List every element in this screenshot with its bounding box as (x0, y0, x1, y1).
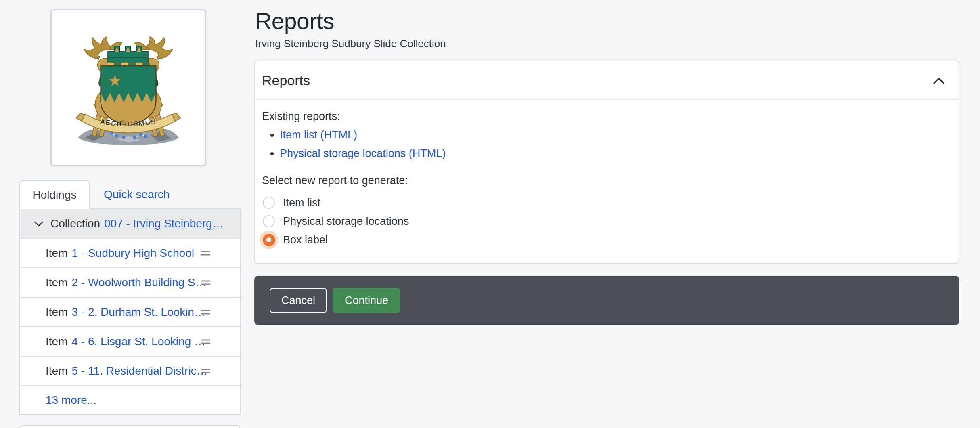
record-type-label: Collection (50, 217, 100, 230)
cancel-button[interactable]: Cancel (270, 288, 327, 313)
radio-option-box-label[interactable]: Box label (260, 231, 952, 249)
collection-link[interactable]: 007 - Irving Steinberg… (104, 217, 224, 230)
radio-option-item-list[interactable]: Item list (260, 193, 952, 212)
tree-row-item: Item 2 - Woolworth Building S… (20, 268, 240, 298)
sidebar-tabs: Holdings Quick search (19, 180, 183, 209)
drag-handle-icon[interactable] (200, 250, 211, 256)
tree-row-item: Item 4 - 6. Lisgar St. Looking … (20, 327, 240, 357)
collection-logo-card: AEDIFICEMUS (50, 9, 206, 166)
report-link-physical-storage[interactable]: Physical storage locations (HTML) (280, 147, 446, 159)
tree-row-more: 13 more... (20, 386, 240, 414)
list-item: Item list (HTML) (280, 128, 952, 142)
report-options: Item list Physical storage locations Box… (260, 193, 952, 249)
show-more-link[interactable]: 13 more... (46, 394, 96, 407)
radio-option-physical-storage[interactable]: Physical storage locations (260, 212, 952, 231)
page-subtitle: Irving Steinberg Sudbury Slide Collectio… (255, 37, 959, 51)
chevron-up-icon[interactable] (931, 75, 946, 86)
holdings-tree: Collection 007 - Irving Steinberg… Item … (19, 208, 241, 415)
item-link[interactable]: 5 - 11. Residential Distric… (71, 365, 207, 378)
radio-unselected-icon[interactable] (263, 197, 275, 209)
radio-unselected-icon[interactable] (263, 215, 275, 227)
record-type-label: Item (46, 306, 67, 319)
tab-quick-search[interactable]: Quick search (90, 180, 183, 209)
record-type-label: Item (46, 335, 67, 348)
report-link-item-list[interactable]: Item list (HTML) (280, 129, 357, 141)
continue-button[interactable]: Continue (333, 288, 400, 313)
tab-holdings[interactable]: Holdings (19, 180, 90, 209)
radio-option-label: Physical storage locations (283, 215, 409, 228)
next-section-card-partial (19, 425, 241, 428)
tree-row-item: Item 5 - 11. Residential Distric… (20, 357, 240, 386)
radio-option-label: Item list (283, 197, 320, 209)
record-type-label: Item (46, 247, 67, 260)
reports-panel: Reports Existing reports: Item list (HTM… (254, 61, 959, 264)
radio-selected-icon[interactable] (263, 234, 275, 246)
item-link[interactable]: 2 - Woolworth Building S… (71, 276, 206, 289)
record-type-label: Item (46, 365, 67, 378)
drag-handle-icon[interactable] (200, 309, 211, 315)
tree-row-collection: Collection 007 - Irving Steinberg… (20, 209, 240, 239)
chevron-down-icon[interactable] (34, 220, 44, 227)
tree-row-item: Item 3 - 2. Durham St. Lookin… (20, 298, 240, 327)
item-link[interactable]: 4 - 6. Lisgar St. Looking … (71, 335, 205, 348)
existing-reports-label: Existing reports: (262, 110, 952, 124)
item-link[interactable]: 1 - Sudbury High School (71, 247, 194, 260)
tree-row-item: Item 1 - Sudbury High School (20, 239, 240, 268)
reports-panel-body: Existing reports: Item list (HTML) Physi… (255, 100, 959, 263)
page-title: Reports (255, 7, 959, 35)
reports-panel-header: Reports (255, 61, 959, 100)
item-link[interactable]: 3 - 2. Durham St. Lookin… (71, 306, 205, 319)
existing-reports-list: Item list (HTML) Physical storage locati… (262, 128, 952, 161)
reports-panel-title: Reports (262, 73, 310, 88)
action-bar: Cancel Continue (254, 276, 959, 325)
list-item: Physical storage locations (HTML) (280, 147, 952, 161)
select-report-label: Select new report to generate: (262, 174, 952, 188)
radio-option-label: Box label (283, 234, 328, 246)
main-content: Reports Irving Steinberg Sudbury Slide C… (254, 0, 959, 325)
drag-handle-icon[interactable] (200, 368, 211, 374)
sudbury-coat-of-arms: AEDIFICEMUS (57, 24, 199, 151)
record-type-label: Item (46, 276, 67, 289)
drag-handle-icon[interactable] (200, 279, 211, 286)
drag-handle-icon[interactable] (200, 338, 211, 345)
